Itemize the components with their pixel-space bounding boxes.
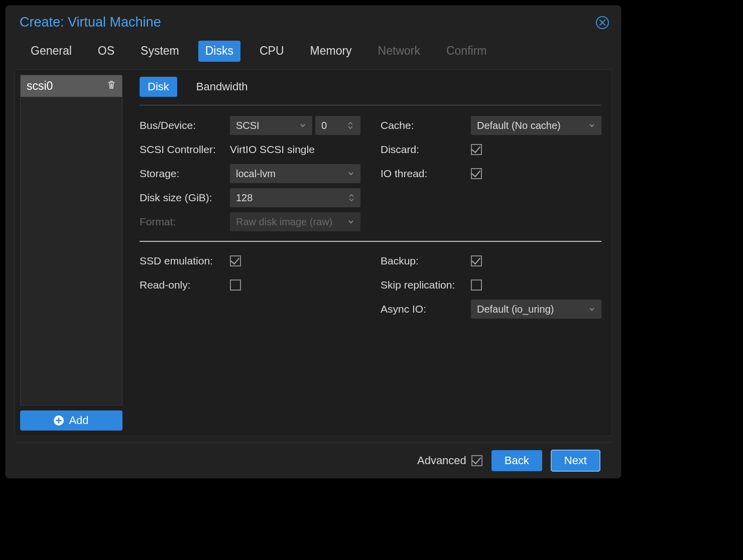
format-select: Raw disk image (raw) <box>230 212 360 231</box>
disk-size-label: Disk size (GiB): <box>140 192 230 204</box>
next-button[interactable]: Next <box>551 450 600 471</box>
chevron-down-icon <box>588 120 595 131</box>
add-disk-button[interactable]: Add <box>20 410 122 431</box>
tab-system[interactable]: System <box>134 41 186 62</box>
disk-list: scsi0 <box>20 75 122 405</box>
chevron-down-icon <box>299 120 306 131</box>
disk-list-item-label: scsi0 <box>27 79 53 93</box>
tab-network: Network <box>371 41 427 62</box>
tab-cpu[interactable]: CPU <box>253 41 291 62</box>
scsi-controller-value: VirtIO SCSI single <box>230 144 315 156</box>
wizard-tabs: General OS System Disks CPU Memory Netwo… <box>6 35 621 63</box>
device-index-spinner[interactable]: 0 <box>315 116 360 135</box>
iothread-label: IO thread: <box>381 168 471 180</box>
disk-size-input[interactable]: 128 <box>230 188 360 207</box>
add-disk-label: Add <box>69 414 88 427</box>
disk-subtabs: Disk Bandwidth <box>140 77 601 105</box>
format-label: Format: <box>140 216 230 228</box>
read-only-checkbox[interactable] <box>230 279 241 291</box>
bus-select[interactable]: SCSI <box>230 116 312 135</box>
advanced-label: Advanced <box>417 454 466 467</box>
back-button[interactable]: Back <box>491 450 542 471</box>
spinner-buttons-icon <box>348 194 354 202</box>
disk-form: Disk Bandwidth Bus/Device: SCSI <box>128 70 611 436</box>
discard-label: Discard: <box>381 144 471 156</box>
trash-icon[interactable] <box>107 79 116 93</box>
tab-os[interactable]: OS <box>91 41 121 62</box>
ssd-emulation-label: SSD emulation: <box>140 255 230 267</box>
scsi-controller-label: SCSI Controller: <box>140 144 230 156</box>
chevron-down-icon <box>347 216 354 228</box>
async-io-value: Default (io_uring) <box>477 304 554 315</box>
tab-memory[interactable]: Memory <box>303 41 359 62</box>
tab-general[interactable]: General <box>24 41 79 62</box>
read-only-label: Read-only: <box>140 279 230 291</box>
bus-device-label: Bus/Device: <box>140 119 230 131</box>
disk-sidebar: scsi0 Add <box>15 70 128 436</box>
backup-label: Backup: <box>381 255 471 267</box>
storage-select[interactable]: local-lvm <box>230 164 360 183</box>
async-io-label: Async IO: <box>381 303 471 315</box>
backup-checkbox[interactable] <box>471 255 482 266</box>
subtab-disk[interactable]: Disk <box>140 77 177 97</box>
skip-replication-checkbox[interactable] <box>471 279 482 291</box>
async-io-select[interactable]: Default (io_uring) <box>471 300 601 319</box>
storage-label: Storage: <box>140 168 230 180</box>
ssd-emulation-checkbox[interactable] <box>230 255 241 266</box>
disk-list-item[interactable]: scsi0 <box>21 75 122 97</box>
advanced-checkbox[interactable] <box>471 455 482 466</box>
close-icon <box>599 19 606 26</box>
dialog-window: Create: Virtual Machine General OS Syste… <box>5 5 622 479</box>
iothread-checkbox[interactable] <box>471 168 482 179</box>
disk-size-value: 128 <box>236 192 253 204</box>
form-divider <box>140 241 601 242</box>
cache-select[interactable]: Default (No cache) <box>471 116 601 135</box>
bus-select-value: SCSI <box>236 120 260 131</box>
storage-select-value: local-lvm <box>236 168 276 180</box>
chevron-down-icon <box>347 168 354 180</box>
chevron-down-icon <box>588 304 595 315</box>
skip-replication-label: Skip replication: <box>381 279 471 291</box>
tab-disks[interactable]: Disks <box>198 41 240 62</box>
format-select-value: Raw disk image (raw) <box>236 216 332 228</box>
discard-checkbox[interactable] <box>471 144 482 155</box>
titlebar: Create: Virtual Machine <box>6 6 621 35</box>
cache-label: Cache: <box>381 119 471 131</box>
dialog-footer: Advanced Back Next <box>15 442 612 478</box>
subtab-bandwidth[interactable]: Bandwidth <box>188 77 256 97</box>
dialog-body: scsi0 Add Disk Bandwidth <box>15 69 612 436</box>
spinner-buttons-icon <box>347 121 354 129</box>
device-index-value: 0 <box>321 120 347 131</box>
tab-confirm: Confirm <box>439 41 494 62</box>
cache-select-value: Default (No cache) <box>477 120 561 131</box>
close-button[interactable] <box>596 16 609 29</box>
advanced-toggle[interactable]: Advanced <box>417 454 482 467</box>
plus-circle-icon <box>54 415 64 426</box>
dialog-title: Create: Virtual Machine <box>20 15 161 30</box>
